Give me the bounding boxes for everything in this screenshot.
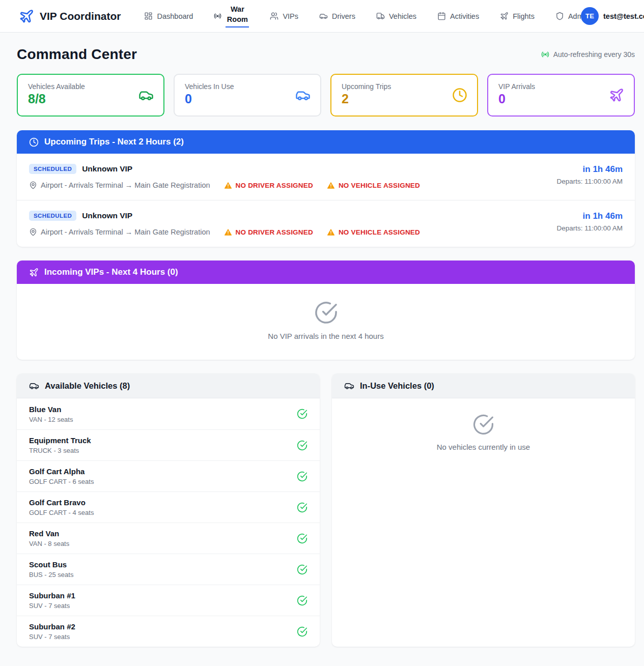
check-circle-icon (297, 471, 307, 482)
vehicle-name: Equipment Truck (29, 436, 91, 445)
stat-card: Vehicles Available 8/8 (17, 74, 164, 117)
check-circle-icon (472, 414, 494, 436)
nav-item-label: Dashboard (157, 12, 193, 20)
radio-icon (214, 12, 221, 20)
nav-item-label: VIPs (283, 12, 298, 20)
plane-icon (29, 268, 39, 277)
command-center-page: Command Center Auto-refreshing every 30s… (0, 33, 644, 659)
car-icon (29, 381, 39, 391)
vehicle-details: TRUCK - 3 seats (29, 447, 91, 454)
trip-departs: Departs: 11:00:00 AM (556, 224, 623, 232)
car-icon (295, 88, 311, 103)
auto-refresh-label: Auto-refreshing every 30s (553, 50, 635, 59)
vehicle-row[interactable]: Golf Cart Bravo GOLF CART - 4 seats (17, 491, 320, 523)
vehicle-name: Golf Cart Alpha (29, 467, 94, 476)
plane-icon (609, 88, 624, 103)
nav-item-dashboard[interactable]: Dashboard (144, 12, 193, 20)
stat-label: Upcoming Trips (342, 82, 467, 91)
check-circle-icon (297, 564, 307, 575)
truck-icon (376, 12, 385, 20)
trip-vip-name: Unknown VIP (82, 164, 132, 173)
nav-item-label: Flights (513, 12, 535, 20)
car-icon (138, 88, 154, 103)
incoming-vips-empty-text: No VIP arrivals in the next 4 hours (268, 332, 383, 340)
vehicle-details: GOLF CART - 4 seats (29, 509, 94, 516)
nav-item-label: Drivers (332, 12, 355, 20)
vehicle-row[interactable]: Red Van VAN - 8 seats (17, 523, 320, 554)
check-circle-icon (297, 440, 307, 451)
vehicle-row[interactable]: Suburban #1 SUV - 7 seats (17, 585, 320, 616)
vehicle-details: BUS - 25 seats (29, 571, 73, 578)
stat-value: 2 (342, 92, 467, 106)
nav-item-vips[interactable]: VIPs (270, 12, 298, 20)
nav-item-label: War Room (226, 5, 249, 27)
calendar-icon (437, 12, 446, 20)
available-vehicles-list: Blue Van VAN - 12 seats Equipment Truck … (17, 398, 320, 647)
clock-icon (29, 137, 39, 147)
trip-vip-name: Unknown VIP (82, 211, 132, 220)
nav-item-drivers[interactable]: Drivers (319, 12, 355, 20)
upcoming-trips-header: Upcoming Trips - Next 2 Hours (2) (17, 130, 635, 154)
trip-route: Airport - Arrivals Terminal → Main Gate … (29, 228, 210, 236)
vehicle-name: Suburban #2 (29, 622, 75, 631)
nav-item-label: Activities (450, 12, 479, 20)
vehicle-name: Blue Van (29, 405, 73, 414)
auto-refresh-status: Auto-refreshing every 30s (541, 50, 635, 59)
map-pin-icon (29, 181, 37, 189)
users-icon (270, 12, 278, 20)
trip-row[interactable]: SCHEDULED Unknown VIP Airport - Arrivals… (17, 200, 635, 247)
trip-countdown: in 1h 46m (556, 164, 623, 175)
vehicle-row[interactable]: Blue Van VAN - 12 seats (17, 398, 320, 429)
top-navbar: VIP Coordinator Dashboard War Room VIPs … (0, 0, 644, 33)
vehicle-row[interactable]: Scout Bus BUS - 25 seats (17, 554, 320, 585)
nav-item-war-room[interactable]: War Room (214, 5, 249, 27)
in-use-vehicles-title: In-Use Vehicles (0) (360, 381, 434, 391)
trip-status-badge: SCHEDULED (29, 164, 76, 174)
stat-label: Vehicles In Use (185, 82, 310, 91)
avatar[interactable]: TE (581, 7, 599, 25)
check-circle-icon (314, 301, 338, 325)
page-title: Command Center (17, 46, 137, 63)
trip-route: Airport - Arrivals Terminal → Main Gate … (29, 181, 210, 189)
user-menu[interactable]: TE test@test.com (589, 7, 644, 25)
radio-icon (541, 50, 549, 59)
check-circle-icon (297, 502, 307, 513)
incoming-vips-title: Incoming VIPs - Next 4 Hours (0) (44, 267, 178, 277)
stat-value: 0 (498, 92, 624, 106)
warning-triangle-icon (327, 228, 335, 236)
trip-warnings: NO DRIVER ASSIGNED NO VEHICLE ASSIGNED (224, 228, 420, 236)
trip-route-text: Airport - Arrivals Terminal → Main Gate … (41, 228, 210, 236)
nav-item-activities[interactable]: Activities (437, 12, 479, 20)
vehicle-details: GOLF CART - 6 seats (29, 478, 94, 485)
available-vehicles-panel: Available Vehicles (8) Blue Van VAN - 12… (17, 373, 320, 647)
stat-card: Upcoming Trips 2 (330, 74, 478, 117)
trip-row[interactable]: SCHEDULED Unknown VIP Airport - Arrivals… (17, 154, 635, 200)
vehicle-row[interactable]: Equipment Truck TRUCK - 3 seats (17, 429, 320, 460)
nav-item-vehicles[interactable]: Vehicles (376, 12, 416, 20)
map-pin-icon (29, 228, 37, 236)
vehicle-details: SUV - 7 seats (29, 602, 75, 610)
trip-countdown: in 1h 46m (556, 211, 623, 221)
vehicle-details: VAN - 12 seats (29, 416, 73, 423)
plane-icon (500, 12, 509, 20)
nav-item-flights[interactable]: Flights (500, 12, 535, 20)
vehicle-row[interactable]: Golf Cart Alpha GOLF CART - 6 seats (17, 460, 320, 491)
app-brand[interactable]: VIP Coordinator (19, 9, 121, 24)
available-vehicles-title: Available Vehicles (8) (45, 381, 130, 391)
in-use-vehicles-panel: In-Use Vehicles (0) No vehicles currentl… (332, 373, 635, 647)
trip-warning: NO DRIVER ASSIGNED (224, 181, 313, 189)
app-title: VIP Coordinator (40, 10, 121, 22)
trip-warning-text: NO DRIVER ASSIGNED (236, 182, 313, 189)
incoming-vips-section: Incoming VIPs - Next 4 Hours (0) No VIP … (17, 260, 635, 360)
in-use-vehicles-empty-state: No vehicles currently in use (332, 398, 635, 472)
incoming-vips-header: Incoming VIPs - Next 4 Hours (0) (17, 260, 635, 284)
vehicle-name: Red Van (29, 529, 69, 538)
vehicle-row[interactable]: Suburban #2 SUV - 7 seats (17, 616, 320, 647)
trip-status-badge: SCHEDULED (29, 211, 76, 221)
trip-departs: Departs: 11:00:00 AM (556, 178, 623, 185)
incoming-vips-empty-state: No VIP arrivals in the next 4 hours (17, 284, 635, 360)
trip-warning-text: NO VEHICLE ASSIGNED (339, 182, 420, 189)
car-icon (344, 381, 354, 391)
car-icon (319, 12, 328, 20)
check-circle-icon (297, 626, 307, 637)
